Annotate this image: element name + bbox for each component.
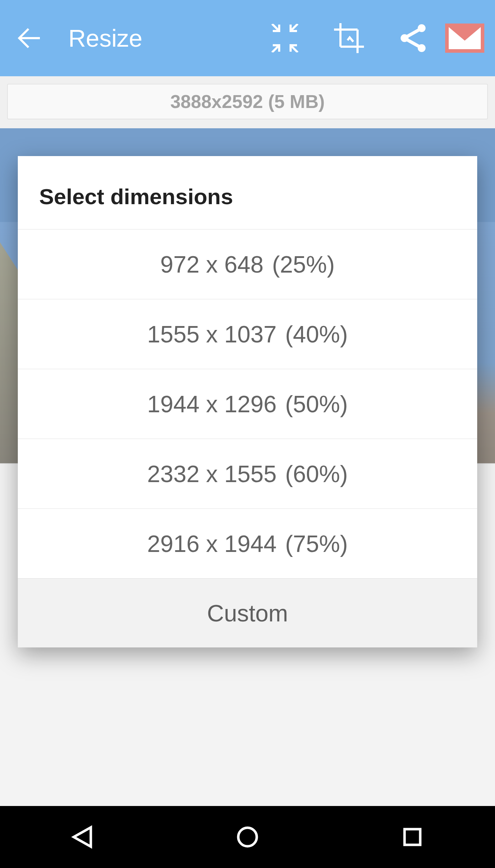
dimension-option-60[interactable]: 2332 x 1555 (60%) (18, 439, 477, 508)
dialog-title: Select dimensions (18, 156, 477, 229)
svg-point-15 (238, 828, 257, 846)
nav-back-button[interactable] (61, 816, 104, 858)
custom-dimension-button[interactable]: Custom (18, 578, 477, 647)
app-screen: Resize (0, 0, 495, 806)
dimension-option-40[interactable]: 1555 x 1037 (40%) (18, 299, 477, 369)
dimension-option-25[interactable]: 972 x 648 (25%) (18, 229, 477, 299)
nav-home-icon (235, 825, 260, 849)
dimension-percent: (50%) (285, 391, 348, 418)
device-frame: Resize (0, 0, 495, 868)
dimension-text: 972 x 648 (160, 251, 264, 278)
custom-label: Custom (207, 600, 288, 627)
dimension-percent: (40%) (285, 321, 348, 348)
dimension-percent: (60%) (285, 460, 348, 487)
select-dimensions-dialog: Select dimensions 972 x 648 (25%) 1555 x… (18, 156, 477, 647)
svg-marker-14 (74, 827, 91, 847)
svg-rect-16 (405, 829, 420, 845)
nav-recent-button[interactable] (391, 816, 434, 858)
dimension-option-75[interactable]: 2916 x 1944 (75%) (18, 508, 477, 578)
android-nav-bar (0, 806, 495, 868)
dimension-option-50[interactable]: 1944 x 1296 (50%) (18, 369, 477, 439)
nav-recent-icon (401, 826, 424, 848)
dimension-text: 1944 x 1296 (147, 391, 276, 418)
dimension-text: 2332 x 1555 (147, 460, 276, 487)
dimension-percent: (25%) (272, 251, 335, 278)
dimension-text: 1555 x 1037 (147, 321, 276, 348)
dimension-text: 2916 x 1944 (147, 530, 276, 557)
nav-back-icon (70, 825, 95, 849)
nav-home-button[interactable] (226, 816, 269, 858)
dimension-percent: (75%) (285, 530, 348, 557)
